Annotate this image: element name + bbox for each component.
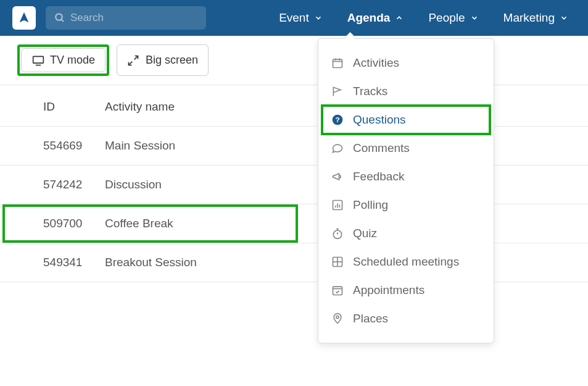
svg-rect-23: [333, 287, 342, 295]
dropdown-item-scheduled-meetings[interactable]: Scheduled meetings: [318, 248, 494, 276]
calendar-icon: [331, 56, 344, 70]
location-icon: [331, 312, 344, 325]
svg-line-5: [129, 61, 133, 65]
item-label: Appointments: [353, 283, 424, 297]
table-row[interactable]: 549341 Breakout Session: [0, 243, 588, 282]
svg-text:?: ?: [335, 115, 339, 124]
dropdown-item-activities[interactable]: Activities: [318, 49, 494, 77]
chevron-down-icon: [314, 14, 323, 22]
question-icon: ?: [331, 113, 344, 127]
chevron-down-icon: [560, 14, 568, 22]
item-label: Tracks: [353, 85, 387, 98]
chevron-down-icon: [470, 14, 479, 22]
search-input[interactable]: [70, 12, 197, 24]
activities-table: ID Activity name 554669 Main Session 574…: [0, 85, 588, 282]
table-row[interactable]: 509700 Coffee Break: [0, 204, 588, 243]
megaphone-icon: [331, 170, 344, 183]
dropdown-item-polling[interactable]: Polling: [318, 191, 494, 219]
item-label: Places: [353, 312, 388, 325]
comment-icon: [331, 141, 344, 155]
item-label: Polling: [353, 198, 388, 212]
nav-label: Agenda: [347, 11, 391, 25]
agenda-dropdown: Activities Tracks ? Questions Comments F…: [318, 38, 494, 343]
nav-label: Event: [279, 11, 309, 25]
cell-id: 549341: [0, 256, 105, 269]
svg-rect-6: [333, 59, 342, 67]
stopwatch-icon: [331, 227, 344, 240]
svg-point-25: [336, 316, 339, 318]
dropdown-item-appointments[interactable]: Appointments: [318, 276, 494, 304]
dropdown-item-places[interactable]: Places: [318, 304, 494, 333]
nav-event[interactable]: Event: [271, 7, 330, 28]
cell-id: 554669: [0, 139, 105, 153]
cell-id: 509700: [0, 217, 105, 230]
svg-point-0: [56, 14, 62, 20]
header-id: ID: [0, 100, 105, 114]
app-logo[interactable]: [12, 6, 36, 30]
table-row[interactable]: 554669 Main Session: [0, 127, 588, 166]
chart-icon: [331, 198, 344, 212]
cell-id: 574242: [0, 178, 105, 191]
search-box[interactable]: [46, 6, 206, 30]
svg-line-1: [61, 19, 64, 22]
item-label: Quiz: [353, 227, 377, 240]
big-screen-button[interactable]: Big screen: [117, 44, 209, 76]
calendar-check-icon: [331, 283, 344, 297]
monitor-icon: [31, 54, 45, 67]
expand-icon: [127, 54, 141, 67]
dropdown-item-comments[interactable]: Comments: [318, 134, 494, 162]
nav-agenda[interactable]: Agenda: [340, 7, 412, 28]
chevron-up-icon: [395, 14, 404, 22]
item-label: Feedback: [353, 170, 404, 183]
tv-mode-button[interactable]: TV mode: [21, 48, 106, 72]
nav-marketing[interactable]: Marketing: [496, 7, 576, 28]
nav-label: Marketing: [503, 11, 555, 25]
table-row[interactable]: 574242 Discussion: [0, 166, 588, 204]
dropdown-item-tracks[interactable]: Tracks: [318, 77, 494, 106]
dropdown-item-feedback[interactable]: Feedback: [318, 162, 494, 191]
item-label: Questions: [353, 113, 406, 127]
item-label: Scheduled meetings: [353, 255, 459, 269]
table-header: ID Activity name: [0, 85, 588, 127]
grid-icon: [331, 255, 344, 269]
toolbar: TV mode Big screen: [0, 36, 588, 85]
item-label: Activities: [353, 56, 399, 70]
svg-line-4: [135, 56, 138, 59]
svg-rect-2: [33, 56, 44, 63]
dropdown-item-quiz[interactable]: Quiz: [318, 219, 494, 248]
dropdown-item-questions[interactable]: ? Questions: [318, 106, 494, 134]
button-label: TV mode: [50, 54, 95, 67]
search-icon: [54, 12, 65, 23]
item-label: Comments: [353, 141, 410, 155]
nav-people[interactable]: People: [421, 7, 486, 28]
button-label: Big screen: [146, 54, 198, 67]
top-nav: Event Agenda People Marketing: [0, 0, 588, 36]
svg-point-16: [333, 230, 341, 238]
flag-icon: [331, 85, 344, 98]
nav-label: People: [428, 11, 465, 25]
